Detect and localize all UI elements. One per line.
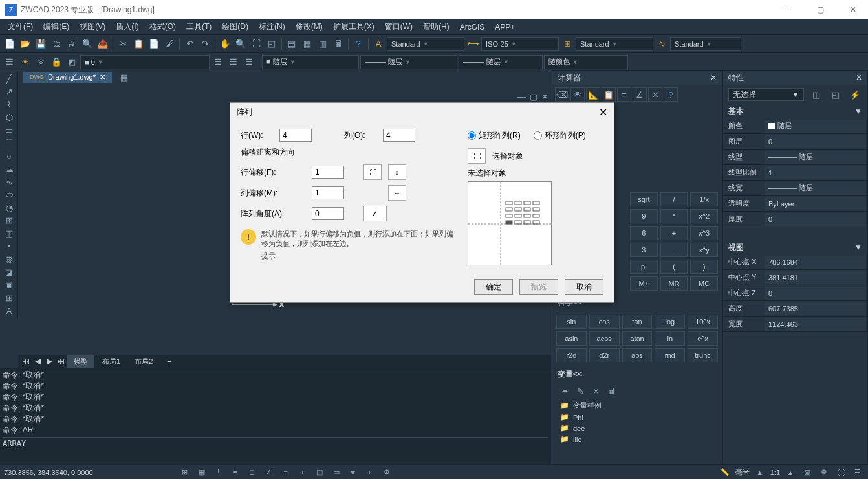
doc-min-button[interactable]: — — [517, 92, 526, 102]
calc-btn[interactable]: acos — [589, 331, 620, 346]
calc-btn[interactable]: + — [660, 226, 688, 240]
calc-btn[interactable]: e^x — [688, 331, 718, 346]
var-del-icon[interactable]: ✕ — [589, 384, 603, 398]
layeriso-icon[interactable]: ☰ — [226, 55, 241, 69]
revcloud-icon[interactable]: ☁ — [1, 163, 17, 175]
collapse-icon[interactable]: ▼ — [854, 243, 862, 252]
polygon-icon[interactable]: ⬡ — [1, 111, 17, 124]
calc-btn[interactable]: sin — [556, 315, 587, 329]
sun-icon[interactable]: ☀ — [18, 55, 32, 69]
ortho-icon[interactable]: └ — [212, 467, 225, 478]
minimize-button[interactable]: — — [777, 3, 797, 17]
calc-clear-icon[interactable]: ⌫ — [555, 87, 569, 102]
calc-pick-icon[interactable]: 📐 — [586, 87, 600, 102]
var-item[interactable]: 📁ille — [552, 434, 722, 445]
mtext-icon[interactable]: A — [1, 305, 17, 317]
polar-icon[interactable]: ✦ — [229, 467, 242, 478]
menu-appplus[interactable]: APP+ — [490, 20, 520, 34]
text-icon[interactable]: A — [371, 37, 385, 51]
prop-value[interactable]: ———— 随层 — [765, 182, 865, 195]
help-icon[interactable]: ? — [351, 37, 365, 51]
prop-value[interactable]: 1 — [765, 166, 865, 179]
layout-2-tab[interactable]: 布局2 — [128, 355, 159, 368]
properties-close-icon[interactable]: ✕ — [856, 73, 862, 82]
var-calc-icon[interactable]: 🖩 — [604, 384, 618, 398]
scale-icon[interactable]: ▲ — [754, 467, 766, 478]
calc-btn[interactable]: d2r — [589, 348, 620, 362]
doc-close-button[interactable]: ✕ — [541, 92, 548, 102]
insert-icon[interactable]: ⊞ — [1, 214, 17, 227]
calc-btn[interactable]: - — [660, 243, 688, 257]
model-icon[interactable]: ▭ — [330, 467, 343, 478]
plotcolor-dropdown[interactable]: 随颜色▼ — [544, 55, 628, 69]
preview-icon[interactable]: 🔍 — [80, 37, 94, 51]
calc-btn[interactable]: log — [655, 315, 685, 329]
calc-paste-icon[interactable]: 📋 — [602, 87, 616, 102]
grid-icon[interactable]: ▦ — [195, 467, 208, 478]
annot-icon[interactable]: ▼ — [347, 467, 360, 478]
select-objects-button[interactable]: ⛶ — [468, 148, 486, 164]
calc-btn[interactable]: trunc — [688, 348, 718, 362]
layermerge-icon[interactable]: ☰ — [242, 55, 256, 69]
calc-eye-icon[interactable]: 👁 — [570, 87, 585, 102]
paste-icon[interactable]: 📄 — [147, 37, 161, 51]
plot-icon[interactable]: 🖨 — [65, 37, 79, 51]
lock-icon[interactable]: 🔒 — [49, 55, 63, 69]
calc-btn[interactable]: M+ — [630, 276, 658, 291]
polar-array-radio[interactable]: 环形阵列(P) — [534, 130, 586, 141]
pick-both-button[interactable]: ⛶ — [363, 164, 382, 180]
color-dropdown[interactable]: ■ 随层▼ — [262, 55, 359, 69]
calc-help-icon[interactable]: ? — [664, 87, 678, 102]
layout-prev-icon[interactable]: ◀ — [32, 357, 43, 366]
calc-btn[interactable]: x^y — [690, 243, 718, 257]
ok-button[interactable]: 确定 — [474, 279, 513, 295]
annot2-icon[interactable]: ▲ — [784, 467, 797, 478]
osnap-icon[interactable]: ◻ — [246, 467, 259, 478]
undo-icon[interactable]: ↶ — [182, 37, 197, 51]
iso-icon[interactable]: ▧ — [801, 467, 814, 478]
preview-button[interactable]: 预览 — [519, 279, 558, 295]
layout-model-tab[interactable]: 模型 — [67, 355, 94, 368]
calc-btn[interactable]: cos — [589, 315, 620, 329]
tool-icon[interactable]: ▥ — [316, 37, 330, 51]
ml-icon[interactable]: ∿ — [655, 37, 669, 51]
cut-icon[interactable]: ✂ — [116, 37, 130, 51]
layout-1-tab[interactable]: 布局1 — [96, 355, 127, 368]
calc-btn[interactable]: rnd — [655, 348, 685, 362]
layout-next-icon[interactable]: ▶ — [44, 357, 54, 366]
design-icon[interactable]: ▦ — [300, 37, 314, 51]
dialog-close-icon[interactable]: ✕ — [599, 106, 607, 118]
calc-btn[interactable]: ) — [690, 260, 718, 274]
row-offset-input[interactable] — [312, 166, 344, 179]
prop-value[interactable]: 0 — [765, 287, 865, 300]
calc-btn[interactable]: 1/x — [690, 192, 718, 206]
layout-add-tab[interactable]: + — [160, 356, 177, 366]
cancel-button[interactable]: 取消 — [565, 279, 603, 295]
quick-select-icon[interactable]: ◫ — [809, 87, 823, 102]
pick-angle-button[interactable]: ∠ — [363, 206, 387, 221]
layerstate-icon[interactable]: ☰ — [211, 55, 225, 69]
var-item[interactable]: 📁Phi — [552, 412, 722, 423]
doc-max-button[interactable]: ▢ — [530, 92, 537, 102]
open-icon[interactable]: 📂 — [18, 37, 32, 51]
layout-last-icon[interactable]: ⏭ — [56, 357, 66, 366]
calc-btn[interactable]: ln — [655, 331, 685, 346]
var-edit-icon[interactable]: ✎ — [573, 384, 587, 398]
prop-value[interactable]: 0 — [765, 135, 865, 148]
linetype-dropdown[interactable]: ——— 随层▼ — [360, 55, 457, 69]
menu-tools[interactable]: 工具(T) — [181, 19, 217, 35]
calc-btn[interactable]: ( — [660, 260, 688, 274]
full-icon[interactable]: ⛶ — [834, 467, 847, 478]
pick-row-button[interactable]: ↕ — [388, 164, 406, 180]
table-icon[interactable]: ⊞ — [1, 292, 17, 304]
pan-icon[interactable]: ✋ — [218, 37, 232, 51]
cycle-icon[interactable]: ◫ — [313, 467, 326, 478]
new-icon[interactable]: 📄 — [3, 37, 17, 51]
tab-list-icon[interactable]: ▦ — [117, 70, 131, 84]
calc-btn[interactable]: 6 — [630, 226, 658, 240]
menu-ext[interactable]: 扩展工具(X) — [328, 19, 380, 35]
pick-add-icon[interactable]: ⚡ — [848, 87, 862, 102]
menu-format[interactable]: 格式(O) — [144, 19, 181, 35]
prop-value[interactable]: 381.4181 — [765, 271, 865, 284]
line-icon[interactable]: ╱ — [1, 72, 17, 85]
